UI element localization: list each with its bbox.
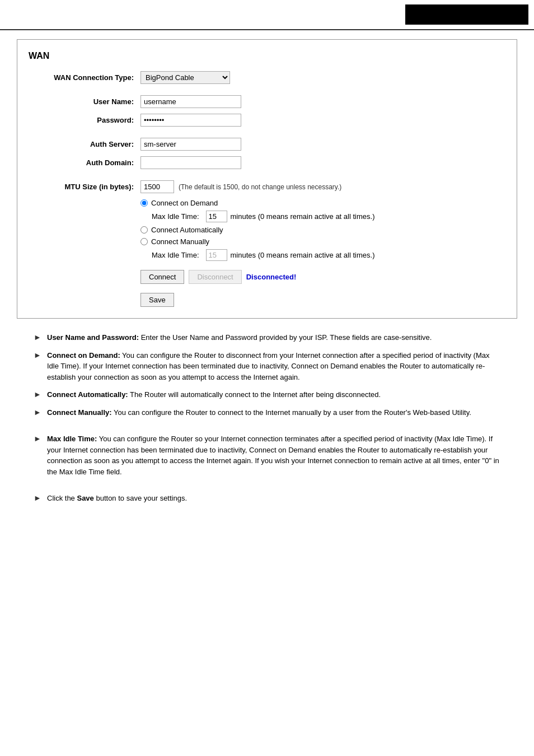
connect-auto-radio[interactable] bbox=[140, 226, 148, 234]
desc-bullet-4: ► Connect Manually: You can configure th… bbox=[34, 407, 500, 418]
auth-domain-label: Auth Domain: bbox=[29, 158, 140, 167]
auth-server-input[interactable] bbox=[140, 138, 241, 151]
connect-manually-row: Connect Manually bbox=[140, 237, 500, 246]
desc-bullet-6: ► Click the Save button to save your set… bbox=[34, 493, 500, 504]
max-idle-time-row-2: Max Idle Time: minutes (0 means remain a… bbox=[152, 249, 500, 261]
save-button[interactable]: Save bbox=[140, 293, 174, 307]
main-content: WAN WAN Connection Type: BigPond Cable P… bbox=[0, 39, 534, 504]
header-bar bbox=[0, 0, 534, 30]
password-row: Password: bbox=[29, 114, 500, 127]
mtu-input[interactable] bbox=[140, 180, 174, 193]
auth-domain-row: Auth Domain: bbox=[29, 156, 500, 169]
wan-panel: WAN WAN Connection Type: BigPond Cable P… bbox=[17, 39, 517, 319]
max-idle-time-note-1: minutes (0 means remain active at all ti… bbox=[231, 212, 375, 221]
connect-manually-label[interactable]: Connect Manually bbox=[151, 237, 209, 246]
connect-button[interactable]: Connect bbox=[140, 270, 184, 284]
desc-bullet-2: ► Connect on Demand: You can configure t… bbox=[34, 350, 500, 383]
wan-connection-type-row: WAN Connection Type: BigPond Cable PPPoE… bbox=[29, 71, 500, 84]
desc-bullet-3: ► Connect Automatically: The Router will… bbox=[34, 389, 500, 400]
wan-connection-type-label: WAN Connection Type: bbox=[29, 73, 140, 82]
desc-text-4: Connect Manually: You can configure the … bbox=[47, 407, 471, 418]
max-idle-time-label-1: Max Idle Time: bbox=[152, 212, 199, 221]
max-idle-time-label-2: Max Idle Time: bbox=[152, 251, 199, 259]
mtu-note: (The default is 1500, do not change unle… bbox=[179, 183, 341, 191]
desc-bullet-1: ► User Name and Password: Enter the User… bbox=[34, 332, 500, 343]
max-idle-time-row-1: Max Idle Time: minutes (0 means remain a… bbox=[152, 211, 500, 222]
desc-text-3: Connect Automatically: The Router will a… bbox=[47, 389, 381, 400]
connect-on-demand-row: Connect on Demand bbox=[140, 199, 500, 207]
wan-connection-type-select[interactable]: BigPond Cable PPPoE PPTP L2TP Static IP … bbox=[140, 71, 230, 84]
connect-auto-label[interactable]: Connect Automatically bbox=[151, 226, 223, 234]
connect-on-demand-label[interactable]: Connect on Demand bbox=[151, 199, 218, 207]
max-idle-time-input-2[interactable] bbox=[206, 249, 227, 261]
username-input[interactable] bbox=[140, 95, 241, 108]
bullet-arrow-2: ► bbox=[34, 351, 43, 360]
disconnect-button[interactable]: Disconnect bbox=[189, 270, 241, 284]
username-label: User Name: bbox=[29, 97, 140, 106]
radio-section: Connect on Demand Max Idle Time: minutes… bbox=[140, 199, 500, 261]
desc-text-2: Connect on Demand: You can configure the… bbox=[47, 350, 500, 383]
connect-manually-radio[interactable] bbox=[140, 238, 148, 245]
status-text: Disconnected! bbox=[246, 273, 297, 281]
desc-text-6: Click the Save button to save your setti… bbox=[47, 493, 187, 504]
desc-text-5: Max Idle Time: You can configure the Rou… bbox=[47, 433, 500, 477]
connect-on-demand-radio[interactable] bbox=[140, 199, 148, 207]
bullet-arrow-6: ► bbox=[34, 493, 43, 502]
save-row: Save bbox=[140, 293, 500, 307]
desc-text-1: User Name and Password: Enter the User N… bbox=[47, 332, 432, 343]
username-row: User Name: bbox=[29, 95, 500, 108]
connect-auto-row: Connect Automatically bbox=[140, 226, 500, 234]
bullet-arrow-5: ► bbox=[34, 434, 43, 443]
mtu-label: MTU Size (in bytes): bbox=[29, 183, 140, 191]
header-black-box bbox=[405, 4, 528, 25]
bullet-arrow-1: ► bbox=[34, 333, 43, 342]
desc-bullet-5: ► Max Idle Time: You can configure the R… bbox=[34, 433, 500, 477]
password-input[interactable] bbox=[140, 114, 241, 127]
max-idle-time-input-1[interactable] bbox=[206, 211, 227, 222]
buttons-row: Connect Disconnect Disconnected! bbox=[140, 270, 500, 284]
mtu-row: MTU Size (in bytes): (The default is 150… bbox=[29, 180, 500, 193]
auth-server-row: Auth Server: bbox=[29, 138, 500, 151]
auth-server-label: Auth Server: bbox=[29, 140, 140, 148]
bullet-arrow-3: ► bbox=[34, 390, 43, 399]
auth-domain-input[interactable] bbox=[140, 156, 241, 169]
bullet-arrow-4: ► bbox=[34, 408, 43, 417]
description-section: ► User Name and Password: Enter the User… bbox=[34, 332, 500, 504]
max-idle-time-note-2: minutes (0 means remain active at all ti… bbox=[231, 251, 375, 259]
wan-title: WAN bbox=[29, 51, 500, 61]
password-label: Password: bbox=[29, 116, 140, 124]
